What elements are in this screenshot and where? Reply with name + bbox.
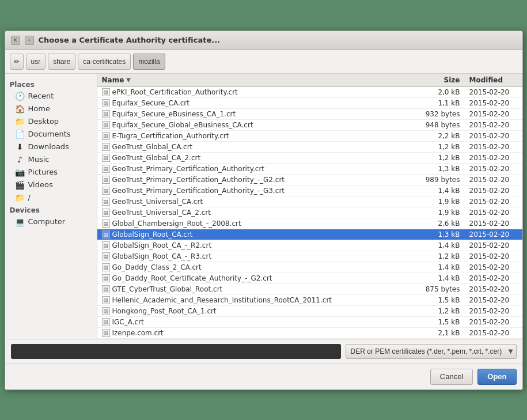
videos-icon: 🎬 (16, 180, 25, 190)
edit-button[interactable]: ✏ (10, 54, 24, 70)
file-icon: ▤ (102, 241, 110, 249)
documents-icon: 📄 (16, 130, 25, 139)
file-row[interactable]: ▤ GlobalSign_Root_CA_-_R2.crt 1,4 kB 201… (97, 240, 522, 251)
file-icon: ▤ (102, 230, 110, 239)
filter-select[interactable]: DER or PEM certificates (*.der, *.pem, *… (346, 344, 517, 359)
toolbar: ✏ usr share ca-certificates mozilla (5, 50, 522, 74)
file-icon: ▤ (102, 110, 110, 118)
file-icon: ▤ (102, 143, 110, 151)
filter-bar: DER or PEM certificates (*.der, *.pem, *… (5, 339, 522, 364)
file-row[interactable]: ▤ GlobalSign_Root_CA.crt 1,3 kB 2015-02-… (97, 229, 522, 240)
music-icon: ♪ (16, 155, 25, 164)
file-row[interactable]: ▤ GeoTrust_Primary_Certification_Authori… (97, 186, 522, 196)
file-icon: ▤ (102, 88, 110, 96)
file-row[interactable]: ▤ Go_Daddy_Class_2_CA.crt 1,4 kB 2015-02… (97, 262, 522, 273)
open-button[interactable]: Open (477, 369, 516, 385)
sidebar-item-pictures[interactable]: 📷 Pictures (6, 166, 96, 179)
file-icon: ▤ (102, 165, 110, 173)
file-icon: ▤ (102, 176, 110, 184)
sidebar-item-computer-label: Computer (28, 217, 66, 226)
file-row[interactable]: ▤ GeoTrust_Universal_CA.crt 1,9 kB 2015-… (97, 196, 522, 207)
action-buttons: Cancel Open (5, 364, 522, 389)
file-row[interactable]: ▤ GeoTrust_Global_CA_2.crt 1,2 kB 2015-0… (97, 153, 522, 164)
file-row[interactable]: ▤ GlobalSign_Root_CA_-_R3.crt 1,2 kB 201… (97, 251, 522, 262)
file-icon: ▤ (102, 263, 110, 271)
sidebar-item-music-label: Music (28, 155, 50, 164)
breadcrumb-share[interactable]: share (48, 54, 75, 70)
file-icon: ▤ (102, 307, 110, 315)
sidebar-item-desktop[interactable]: 📁 Desktop (6, 115, 96, 128)
file-row[interactable]: ▤ Go_Daddy_Root_Certificate_Authority_-_… (97, 273, 522, 284)
cancel-button[interactable]: Cancel (430, 369, 473, 385)
devices-label: Devices (5, 204, 97, 215)
add-button[interactable]: + (25, 36, 34, 45)
file-icon: ▤ (102, 209, 110, 217)
file-row[interactable]: ▤ GeoTrust_Primary_Certification_Authori… (97, 175, 522, 186)
file-icon: ▤ (102, 121, 110, 129)
desktop-icon: 📁 (16, 117, 25, 126)
sort-arrow-icon: ▼ (126, 77, 131, 83)
file-icon: ▤ (102, 274, 110, 282)
file-row[interactable]: ▤ GeoTrust_Universal_CA_2.crt 1,9 kB 201… (97, 207, 522, 218)
file-icon: ▤ (102, 198, 110, 206)
sidebar-item-computer[interactable]: 💻 Computer (6, 215, 96, 228)
file-list-header: Name ▼ Size Modified (97, 74, 522, 87)
sidebar-item-home[interactable]: 🏠 Home (6, 103, 96, 115)
recent-icon: 🕐 (16, 92, 25, 101)
file-icon: ▤ (102, 132, 110, 140)
file-row[interactable]: ▤ Hellenic_Academic_and_Research_Institu… (97, 295, 522, 306)
places-label: Places (5, 78, 97, 90)
sidebar-item-recent[interactable]: 🕐 Recent (6, 90, 96, 103)
file-row[interactable]: ▤ Equifax_Secure_eBusiness_CA_1.crt 932 … (97, 109, 522, 120)
file-row[interactable]: ▤ GeoTrust_Global_CA.crt 1,2 kB 2015-02-… (97, 142, 522, 153)
file-icon: ▤ (102, 296, 110, 304)
sidebar-item-documents[interactable]: 📄 Documents (6, 128, 96, 141)
file-icon: ▤ (102, 187, 110, 195)
sidebar-item-music[interactable]: ♪ Music (6, 153, 96, 166)
sidebar-item-desktop-label: Desktop (28, 117, 59, 126)
file-icon: ▤ (102, 154, 110, 162)
file-list[interactable]: ▤ ePKI_Root_Certification_Authority.crt … (97, 87, 522, 339)
file-row[interactable]: ▤ Izenpe.com.crt 2,1 kB 2015-02-20 (97, 328, 522, 339)
file-row[interactable]: ▤ IGC_A.crt 1,5 kB 2015-02-20 (97, 317, 522, 328)
breadcrumb-mozilla[interactable]: mozilla (133, 54, 165, 70)
downloads-icon: ⬇ (16, 142, 25, 152)
computer-icon: 💻 (16, 217, 25, 226)
pencil-icon: ✏ (14, 58, 20, 66)
sidebar-item-pictures-label: Pictures (28, 168, 58, 176)
file-icon: ▤ (102, 329, 110, 337)
sidebar-item-root-label: / (28, 193, 31, 202)
main-area: Places 🕐 Recent 🏠 Home 📁 Desktop 📄 Docum… (5, 74, 522, 339)
column-modified-header[interactable]: Modified (465, 76, 522, 84)
close-button[interactable]: ✕ (11, 36, 20, 45)
file-icon: ▤ (102, 318, 110, 326)
column-size-header[interactable]: Size (413, 76, 465, 84)
file-row[interactable]: ▤ GeoTrust_Primary_Certification_Authori… (97, 164, 522, 175)
file-row[interactable]: ▤ Equifax_Secure_CA.crt 1,1 kB 2015-02-2… (97, 98, 522, 109)
home-icon: 🏠 (16, 104, 25, 113)
file-list-area: Name ▼ Size Modified ▤ ePKI_Root_Certifi… (97, 74, 522, 339)
sidebar-item-videos[interactable]: 🎬 Videos (6, 179, 96, 191)
column-name-header[interactable]: Name ▼ (97, 76, 413, 84)
file-icon: ▤ (102, 220, 110, 228)
dialog-title: Choose a Certificate Authority certifica… (39, 36, 221, 44)
file-row[interactable]: ▤ Equifax_Secure_Global_eBusiness_CA.crt… (97, 120, 522, 131)
sidebar-item-root[interactable]: 📁 / (6, 191, 96, 204)
title-bar: ✕ + Choose a Certificate Authority certi… (5, 31, 522, 50)
file-row[interactable]: ▤ Hongkong_Post_Root_CA_1.crt 1,2 kB 201… (97, 306, 522, 317)
file-icon: ▤ (102, 99, 110, 107)
sidebar-item-home-label: Home (28, 104, 50, 113)
breadcrumb-ca-certificates[interactable]: ca-certificates (78, 54, 131, 70)
file-row[interactable]: ▤ ePKI_Root_Certification_Authority.crt … (97, 87, 522, 98)
breadcrumb-usr[interactable]: usr (26, 54, 46, 70)
file-row[interactable]: ▤ GTE_CyberTrust_Global_Root.crt 875 byt… (97, 284, 522, 295)
file-row[interactable]: ▤ Global_Chambersign_Root_-_2008.crt 2,6… (97, 218, 522, 229)
filename-bar[interactable] (11, 344, 341, 359)
root-icon: 📁 (16, 193, 25, 202)
sidebar: Places 🕐 Recent 🏠 Home 📁 Desktop 📄 Docum… (5, 74, 97, 339)
file-row[interactable]: ▤ E-Tugra_Certification_Authority.crt 2,… (97, 131, 522, 142)
sidebar-item-downloads-label: Downloads (28, 142, 69, 151)
file-chooser-dialog: ✕ + Choose a Certificate Authority certi… (5, 31, 523, 390)
file-icon: ▤ (102, 252, 110, 260)
sidebar-item-downloads[interactable]: ⬇ Downloads (6, 141, 96, 153)
